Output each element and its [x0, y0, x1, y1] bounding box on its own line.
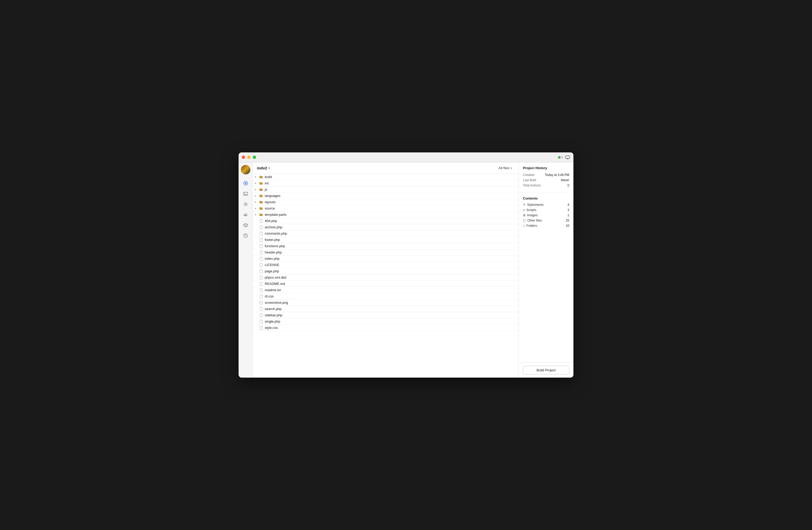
file-name: js	[265, 187, 267, 192]
list-item[interactable]: functions.php	[253, 243, 519, 249]
file-name: header.php	[265, 250, 282, 254]
project-name[interactable]: mdv2 ∨	[257, 166, 270, 170]
svg-point-6	[245, 204, 246, 205]
file-list: ▶build▶inc▶js▶languages▶layouts▶source▶t…	[253, 174, 519, 378]
list-item[interactable]: ▶build	[253, 174, 519, 180]
status-dot	[558, 156, 561, 159]
list-item[interactable]: footer.php	[253, 237, 519, 243]
contents-list: ✎Stylesheets:4≡Scripts:3⊞Images:1☐Other …	[523, 203, 569, 227]
list-item[interactable]: ▶layouts	[253, 199, 519, 205]
file-name: source	[265, 206, 275, 210]
list-item[interactable]: ▶template-parts	[253, 212, 519, 218]
sidebar-item-terminal[interactable]	[241, 189, 250, 198]
titlebar-right: ∨	[558, 155, 570, 160]
created-value: Today at 3:48 PM	[545, 173, 569, 177]
contents-title: Contents	[523, 196, 569, 200]
list-item[interactable]: readme.txt	[253, 287, 519, 293]
file-name: functions.php	[265, 244, 285, 248]
all-files-button[interactable]: All files ∨	[496, 165, 514, 171]
list-item[interactable]: ▶languages	[253, 193, 519, 199]
list-item[interactable]: ▶source	[253, 205, 519, 212]
minimize-button[interactable]	[247, 155, 251, 159]
total-actions-row: Total Actions: 0	[523, 184, 569, 187]
file-name: build	[265, 175, 272, 179]
file-name: footer.php	[265, 238, 280, 242]
main-header: mdv2 ∨ All files ∨	[253, 162, 519, 174]
svg-rect-0	[566, 156, 570, 158]
content-row: □Folders:10	[523, 224, 569, 227]
list-item[interactable]: single.php	[253, 318, 519, 325]
contents-section: Contents ✎Stylesheets:4≡Scripts:3⊞Images…	[519, 193, 574, 362]
sidebar-item-history[interactable]	[241, 231, 250, 240]
list-item[interactable]: 404.php	[253, 218, 519, 224]
status-chevron: ∨	[561, 156, 563, 159]
file-name: style.css	[265, 326, 278, 330]
file-name: comments.php	[265, 232, 287, 235]
sidebar-item-settings[interactable]	[241, 199, 250, 209]
main-window: ∨	[238, 152, 574, 378]
close-button[interactable]	[242, 155, 245, 159]
list-item[interactable]: ▶js	[253, 186, 519, 193]
project-history-title: Project History	[523, 166, 569, 170]
list-item[interactable]: index.php	[253, 255, 519, 262]
sidebar-item-box[interactable]	[241, 221, 250, 230]
file-name: phpcs.xml.dist	[265, 276, 286, 279]
file-name: 404.php	[265, 219, 277, 223]
list-item[interactable]: screenshot.png	[253, 299, 519, 306]
list-item[interactable]: rtl.css	[253, 293, 519, 299]
avatar[interactable]	[241, 165, 250, 175]
content-row: ☐Other files:25	[523, 219, 569, 222]
file-name: single.php	[265, 319, 280, 323]
project-name-text: mdv2	[257, 166, 267, 170]
content-row: ⊞Images:1	[523, 213, 569, 217]
file-name: template-parts	[265, 213, 287, 217]
file-name: languages	[265, 194, 280, 198]
list-item[interactable]: README.md	[253, 281, 519, 287]
list-item[interactable]: page.php	[253, 268, 519, 275]
list-item[interactable]: phpcs.xml.dist	[253, 275, 519, 281]
all-files-chevron: ∨	[510, 167, 512, 169]
file-name: README.md	[265, 282, 285, 286]
build-btn-area: Build Project	[519, 362, 574, 378]
content-row: ✎Stylesheets:4	[523, 203, 569, 207]
file-name: archive.php	[265, 225, 282, 229]
app-body: mdv2 ∨ All files ∨ ▶build▶inc▶js▶languag…	[238, 162, 574, 378]
file-name: inc	[265, 181, 269, 185]
list-item[interactable]: LICENSE	[253, 262, 519, 268]
main-content: mdv2 ∨ All files ∨ ▶build▶inc▶js▶languag…	[253, 162, 519, 378]
list-item[interactable]: sidebar.php	[253, 312, 519, 318]
file-name: page.php	[265, 269, 279, 273]
file-name: readme.txt	[265, 288, 281, 292]
last-built-value: Never	[561, 178, 569, 182]
file-name: index.php	[265, 256, 279, 261]
list-item[interactable]: ▶inc	[253, 180, 519, 186]
list-item[interactable]: archive.php	[253, 224, 519, 231]
project-history-section: Project History Created: Today at 3:48 P…	[519, 162, 574, 193]
file-name: sidebar.php	[265, 313, 282, 317]
sidebar-item-cloud[interactable]	[241, 210, 250, 220]
list-item[interactable]: style.css	[253, 325, 519, 331]
project-chevron: ∨	[268, 167, 270, 169]
list-item[interactable]: search.php	[253, 306, 519, 312]
sidebar	[238, 162, 253, 378]
svg-rect-4	[244, 192, 247, 195]
total-actions-value: 0	[567, 184, 569, 187]
right-panel: Project History Created: Today at 3:48 P…	[519, 162, 574, 378]
screen-icon[interactable]	[565, 155, 570, 160]
list-item[interactable]: header.php	[253, 249, 519, 255]
list-item[interactable]: comments.php	[253, 231, 519, 237]
last-built-label: Last Built:	[523, 178, 537, 182]
content-row: ≡Scripts:3	[523, 208, 569, 212]
maximize-button[interactable]	[253, 155, 256, 159]
total-actions-label: Total Actions:	[523, 184, 541, 187]
titlebar: ∨	[238, 152, 574, 162]
status-indicator: ∨	[558, 156, 563, 159]
build-project-button[interactable]: Build Project	[523, 366, 569, 375]
file-name: LICENSE	[265, 263, 279, 267]
created-row: Created: Today at 3:48 PM	[523, 173, 569, 177]
created-label: Created:	[523, 173, 535, 177]
last-built-row: Last Built: Never	[523, 178, 569, 182]
traffic-lights	[242, 155, 256, 159]
file-name: layouts	[265, 200, 275, 204]
sidebar-item-sync[interactable]	[241, 179, 250, 188]
